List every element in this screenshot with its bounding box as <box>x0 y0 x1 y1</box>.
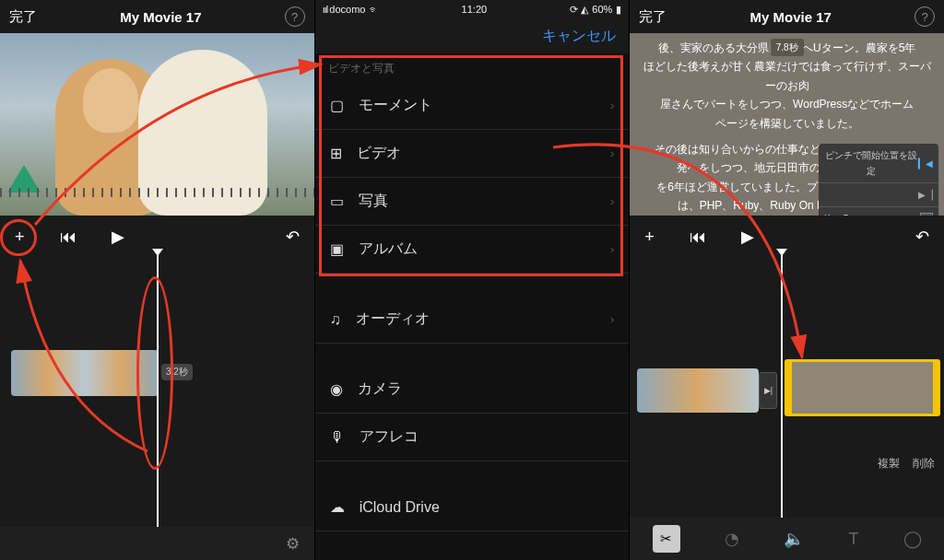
filter-tool[interactable]: ◯ <box>903 529 922 549</box>
video-icon: ⊞ <box>330 145 342 162</box>
skip-start-button[interactable]: ⏮ <box>690 228 706 247</box>
row-label: iCloud Drive <box>360 499 440 516</box>
screen-media-picker: ııl docomo ᯤ 11:20 ⟳ ◭ 60% ▮ キャンセル ビデオと写… <box>315 0 631 560</box>
video-preview <box>0 33 314 216</box>
duplicate-button[interactable]: 複製 <box>878 456 900 472</box>
undo-button[interactable]: ↶ <box>286 227 300 247</box>
clip-duration-badge: 3.2秒 <box>161 364 193 380</box>
add-media-button[interactable]: + <box>15 228 25 247</box>
playhead[interactable] <box>781 249 783 518</box>
chevron-right-icon: › <box>610 242 614 256</box>
playhead[interactable] <box>157 249 159 527</box>
row-label: カメラ <box>358 379 402 399</box>
pip-label: ピンチで開始位置を設定 <box>824 147 918 179</box>
start-marker-icon: ▎◀ <box>918 156 933 171</box>
help-button[interactable]: ? <box>914 6 935 27</box>
help-button[interactable]: ? <box>285 6 305 27</box>
chevron-right-icon: › <box>610 99 614 112</box>
chevron-right-icon: › <box>610 312 614 326</box>
trim-handle-right[interactable] <box>933 362 940 414</box>
audio-icon: ♫ <box>330 311 341 328</box>
play-button[interactable]: ▶ <box>112 227 124 247</box>
timeline[interactable]: ▶| 複製 削除 <box>630 258 944 518</box>
project-title: My Movie 17 <box>749 9 831 25</box>
text-tool[interactable]: T <box>848 530 858 549</box>
timeline[interactable]: 3.2秒 <box>0 258 314 527</box>
kenburns-toggle[interactable]: Ken Burnsオン <box>819 207 938 216</box>
clock: 11:20 <box>462 4 488 15</box>
body-text: ほどした後考えが甘く農業だけでは食って行けず、スーパーのお肉 <box>643 57 931 95</box>
row-camera[interactable]: ◉ カメラ <box>315 366 630 414</box>
camera-icon: ◉ <box>330 380 343 398</box>
header: 完了 My Movie 17 ? <box>630 0 944 33</box>
set-end-button[interactable]: ▶▕ <box>819 183 938 207</box>
status-bar: ııl docomo ᯤ 11:20 ⟳ ◭ 60% ▮ <box>315 0 630 18</box>
media-list: ▢ モーメント › ⊞ ビデオ › ▭ 写真 › ▣ アルバム › ♫ <box>315 82 630 531</box>
settings-icon[interactable]: ⚙ <box>286 534 300 554</box>
bottom-bar: ⚙ <box>0 527 314 560</box>
video-preview-text: 7.8秒 後、実家のある大分県日田市へUターン。農家を5年 ほどした後考えが甘く… <box>630 33 944 216</box>
transition-button[interactable]: ▶| <box>759 372 777 409</box>
row-photo[interactable]: ▭ 写真 › <box>315 178 630 226</box>
end-marker-icon: ▶▕ <box>918 187 933 203</box>
body-text: ページを構築していました。 <box>643 114 931 133</box>
screen-editor-2: 完了 My Movie 17 ? 7.8秒 後、実家のある大分県日田市へUターン… <box>630 0 944 560</box>
clip-actions: 複製 削除 <box>878 456 935 472</box>
row-moments[interactable]: ▢ モーメント › <box>315 82 630 130</box>
section-header: ビデオと写真 <box>315 53 630 82</box>
kenburns-icon <box>920 213 933 216</box>
album-icon: ▣ <box>330 240 344 258</box>
body-text: 屋さんでパートをしつつ、WordPressなどでホーム <box>643 95 931 113</box>
pip-label: Ken Burnsオン <box>824 211 886 216</box>
speed-tool[interactable]: ◔ <box>725 529 739 549</box>
header: 完了 My Movie 17 ? <box>0 0 314 33</box>
project-title: My Movie 17 <box>120 9 201 25</box>
carrier-text: ııl docomo ᯤ <box>323 4 379 15</box>
done-button[interactable]: 完了 <box>639 8 667 26</box>
mic-icon: 🎙 <box>330 429 345 446</box>
add-media-button[interactable]: + <box>644 228 655 247</box>
timeline-clip[interactable] <box>637 368 759 413</box>
trim-handle-left[interactable] <box>785 362 792 414</box>
volume-tool[interactable]: 🔈 <box>784 529 804 549</box>
cut-tool[interactable]: ✂ <box>653 525 680 553</box>
delete-button[interactable]: 削除 <box>913 456 935 472</box>
row-label: アルバム <box>359 239 418 259</box>
play-button[interactable]: ▶ <box>741 227 754 247</box>
undo-button[interactable]: ↶ <box>915 227 929 247</box>
moments-icon: ▢ <box>330 97 344 114</box>
row-label: ビデオ <box>357 144 401 163</box>
cloud-icon: ☁ <box>330 498 345 516</box>
edit-toolbar: ✂ ◔ 🔈 T ◯ <box>630 518 944 560</box>
pip-toolbar: ピンチで開始位置を設定 ▎◀ ▶▕ Ken Burnsオン <box>819 144 938 216</box>
nav-bar: キャンセル <box>315 18 630 53</box>
row-label: 写真 <box>359 192 388 211</box>
row-album[interactable]: ▣ アルバム › <box>315 226 630 274</box>
fence-decoration <box>0 188 314 197</box>
row-video[interactable]: ⊞ ビデオ › <box>315 130 630 178</box>
screen-editor-1: 完了 My Movie 17 ? + ⏮ ▶ ↶ 3.2秒 ⚙ <box>0 0 315 560</box>
set-start-button[interactable]: ピンチで開始位置を設定 ▎◀ <box>819 144 938 183</box>
row-voiceover[interactable]: 🎙 アフレコ <box>315 414 630 461</box>
cancel-button[interactable]: キャンセル <box>542 27 616 46</box>
row-label: アフレコ <box>360 427 419 447</box>
duration-pill: 7.8秒 <box>771 39 804 56</box>
row-icloud[interactable]: ☁ iCloud Drive <box>315 484 630 531</box>
status-right: ⟳ ◭ 60% ▮ <box>570 4 621 16</box>
chevron-right-icon: › <box>610 146 614 160</box>
timeline-clip-selected[interactable] <box>785 359 940 416</box>
row-audio[interactable]: ♫ オーディオ › <box>315 296 630 344</box>
row-label: オーディオ <box>356 309 430 329</box>
timeline-clip[interactable] <box>11 350 159 396</box>
photo-icon: ▭ <box>330 192 344 210</box>
chevron-right-icon: › <box>610 194 614 208</box>
done-button[interactable]: 完了 <box>9 8 37 26</box>
skip-start-button[interactable]: ⏮ <box>60 228 77 247</box>
row-label: モーメント <box>359 96 432 115</box>
